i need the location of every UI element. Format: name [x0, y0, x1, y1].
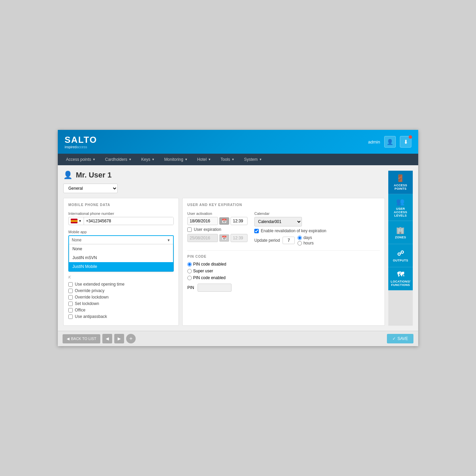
sidebar-access-points[interactable]: 🚪 ACCESS POINTS [388, 171, 413, 194]
mobile-app-display[interactable]: None ▼ [69, 236, 173, 244]
activation-date-input[interactable] [187, 217, 218, 225]
user-avatar-icon: 👤 [63, 171, 72, 180]
nav-cardholders-label: Cardholders [105, 157, 127, 162]
checkbox-extended-time-label: Use extended opening time [75, 282, 124, 287]
hours-label: hours [303, 241, 313, 245]
calendar-col: Calendar Calendar001 Enable revalidation… [254, 211, 380, 245]
update-period-label: Update period [254, 238, 280, 243]
checkbox-extended-time: Use extended opening time [68, 282, 174, 287]
flag-dropdown[interactable]: ▼ [69, 217, 84, 225]
pin-input-row: PIN [187, 284, 380, 292]
nav-access-points[interactable]: Access points ▼ [61, 154, 100, 165]
expiration-calendar-button[interactable]: 📅 [219, 234, 229, 242]
pin-enabled-radio[interactable] [187, 276, 192, 280]
revalidation-label: Enable revalidation of key expiration [261, 228, 326, 233]
back-to-list-button[interactable]: ◀ BACK TO LIST [63, 334, 100, 343]
pin-disabled-radio[interactable] [187, 262, 192, 267]
next-button[interactable]: ▶ [114, 334, 124, 343]
nav-tools[interactable]: Tools ▼ [216, 154, 239, 165]
checkbox-override-privacy-label: Override privacy [75, 288, 104, 293]
activation-label: User activation [187, 211, 248, 216]
logo-tagline: inspiredaccess [65, 145, 97, 149]
mobile-app-option-justin-msvn[interactable]: JustIN mSVN [69, 253, 173, 262]
nav-system[interactable]: System ▼ [239, 154, 267, 165]
nav-monitoring[interactable]: Monitoring ▼ [159, 154, 192, 165]
user-expiration-checkbox[interactable] [187, 227, 192, 232]
checkbox-override-privacy: Override privacy [68, 288, 174, 293]
calendar-select[interactable]: Calendar001 [254, 217, 302, 226]
user-header: 👤 Mr. User 1 [63, 171, 385, 180]
hours-radio[interactable] [298, 241, 302, 245]
sidebar-access-points-label: ACCESS POINTS [390, 184, 411, 190]
user-profile-button[interactable]: 👤 [384, 136, 396, 148]
nav-keys[interactable]: Keys ▼ [136, 154, 159, 165]
sidebar-outputs[interactable]: ☍ OUTPUTS [388, 244, 413, 267]
expiration-date-row: 📅 [187, 234, 248, 242]
activation-calendar-button[interactable]: 📅 [219, 217, 229, 225]
nav-access-points-label: Access points [66, 157, 91, 162]
back-label: BACK TO LIST [71, 337, 96, 341]
panel-divider [187, 250, 380, 251]
checkbox-set-lockdown-input[interactable] [68, 302, 73, 306]
content-area: 👤 Mr. User 1 General MOBILE PHONE DATA I… [63, 171, 385, 326]
bottom-bar: ◀ BACK TO LIST ◀ ▶ + ✓ SAVE [58, 331, 418, 346]
activation-col: User activation 📅 User expiration [187, 211, 248, 244]
locations-icon: 🗺 [397, 271, 404, 278]
sidebar-user-access-levels[interactable]: 👥 USER ACCESS LEVELS [388, 194, 413, 221]
user-key-panel: USER AND KEY EXPIRATION User activation … [182, 198, 385, 326]
revalidation-checkbox[interactable] [254, 229, 259, 233]
checkbox-override-privacy-input[interactable] [68, 289, 73, 293]
checkbox-antipassback-label: Use antipassback [75, 314, 107, 319]
nav-hotel[interactable]: Hotel ▼ [192, 154, 216, 165]
save-button[interactable]: ✓ SAVE [387, 334, 413, 343]
phone-input[interactable] [84, 217, 173, 225]
user-key-row: User activation 📅 User expiration [187, 211, 380, 245]
expiration-date-input[interactable] [187, 234, 218, 242]
nav-access-points-chevron: ▼ [92, 158, 96, 161]
pin-input[interactable] [198, 284, 232, 292]
update-period-input[interactable] [283, 237, 295, 244]
checkbox-override-lockdown-input[interactable] [68, 295, 73, 300]
prev-button[interactable]: ◀ [102, 334, 112, 343]
phone-label: International phone number [68, 211, 174, 216]
checkbox-extended-time-input[interactable] [68, 282, 73, 287]
mobile-app-options: None JustIN mSVN JustIN Mobile [69, 244, 173, 271]
checkbox-antipassback: Use antipassback [68, 314, 174, 319]
notification-badge [409, 135, 412, 139]
panels-row: MOBILE PHONE DATA International phone nu… [63, 198, 385, 326]
nav-cardholders[interactable]: Cardholders ▼ [100, 154, 136, 165]
pin-section-title: PIN CODE [187, 255, 380, 258]
mobile-phone-panel: MOBILE PHONE DATA International phone nu… [63, 198, 179, 326]
mobile-app-option-justin-mobile[interactable]: JustIN Mobile [69, 262, 173, 271]
back-chevron-icon: ◀ [67, 337, 69, 341]
super-user-label: Super user [193, 269, 213, 273]
nav-cardholders-chevron: ▼ [129, 158, 132, 161]
logo-salto: SALTO [65, 135, 97, 145]
sidebar-locations-functions[interactable]: 🗺 LOCATIONS/ FUNCTIONS [388, 267, 413, 290]
checkbox-override-lockdown: Override lockdown [68, 295, 174, 300]
add-button[interactable]: + [126, 334, 136, 343]
checkbox-antipassback-input[interactable] [68, 314, 73, 319]
checkbox-office: Office [68, 308, 174, 312]
sidebar-user-levels-label: USER ACCESS LEVELS [390, 207, 411, 217]
pin-disabled-row: PIN code disabled [187, 262, 380, 267]
mobile-phone-section-title: MOBILE PHONE DATA [68, 203, 174, 207]
sidebar-zones[interactable]: 🏢 ZONES [388, 221, 413, 244]
mobile-app-option-none[interactable]: None [69, 244, 173, 253]
general-select[interactable]: General [63, 184, 118, 193]
days-radio-row: days [298, 235, 313, 240]
flag-chevron: ▼ [79, 219, 82, 223]
expiration-time-input[interactable] [231, 234, 248, 242]
navigation-buttons: ◀ BACK TO LIST ◀ ▶ + [63, 334, 136, 343]
checkboxes-section: Use extended opening time Override priva… [68, 282, 174, 319]
mobile-app-label: Mobile app [68, 230, 174, 234]
revalidation-row: Enable revalidation of key expiration [254, 228, 380, 233]
calendar-label: Calendar [254, 211, 380, 216]
activation-time-input[interactable] [231, 217, 248, 225]
pin-disabled-label: PIN code disabled [193, 262, 226, 267]
checkbox-office-input[interactable] [68, 308, 73, 312]
user-title: Mr. User 1 [76, 171, 112, 180]
days-radio[interactable] [298, 236, 302, 240]
activation-date-row: 📅 [187, 217, 248, 225]
super-user-radio[interactable] [187, 269, 192, 273]
